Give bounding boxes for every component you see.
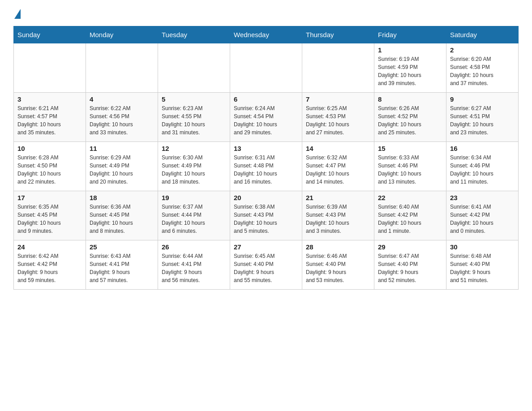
day-info: Sunrise: 6:25 AMSunset: 4:53 PMDaylight:… <box>306 104 370 137</box>
calendar-week-row: 1Sunrise: 6:19 AMSunset: 4:59 PMDaylight… <box>14 43 519 93</box>
calendar-cell: 28Sunrise: 6:46 AMSunset: 4:40 PMDayligh… <box>302 240 374 290</box>
calendar-cell: 9Sunrise: 6:27 AMSunset: 4:51 PMDaylight… <box>446 93 519 142</box>
day-info: Sunrise: 6:41 AMSunset: 4:42 PMDaylight:… <box>450 203 515 235</box>
day-number: 8 <box>378 95 442 103</box>
day-info: Sunrise: 6:47 AMSunset: 4:40 PMDaylight:… <box>378 252 442 284</box>
day-number: 26 <box>162 243 226 251</box>
calendar-cell <box>86 43 158 93</box>
day-number: 21 <box>306 194 370 201</box>
day-number: 13 <box>234 145 298 152</box>
day-number: 15 <box>378 145 442 152</box>
day-info: Sunrise: 6:30 AMSunset: 4:49 PMDaylight:… <box>162 154 226 186</box>
day-info: Sunrise: 6:39 AMSunset: 4:43 PMDaylight:… <box>306 203 370 235</box>
day-number: 1 <box>378 46 442 54</box>
calendar-cell: 18Sunrise: 6:36 AMSunset: 4:45 PMDayligh… <box>86 191 158 240</box>
calendar-cell: 16Sunrise: 6:34 AMSunset: 4:46 PMDayligh… <box>446 142 519 191</box>
day-number: 18 <box>90 194 154 201</box>
logo-top <box>13 9 21 19</box>
calendar-week-row: 17Sunrise: 6:35 AMSunset: 4:45 PMDayligh… <box>14 191 519 240</box>
day-info: Sunrise: 6:38 AMSunset: 4:43 PMDaylight:… <box>234 203 298 235</box>
calendar-cell: 29Sunrise: 6:47 AMSunset: 4:40 PMDayligh… <box>374 240 446 290</box>
calendar-cell: 24Sunrise: 6:42 AMSunset: 4:42 PMDayligh… <box>14 240 86 290</box>
calendar-cell: 10Sunrise: 6:28 AMSunset: 4:50 PMDayligh… <box>14 142 86 191</box>
calendar-week-row: 3Sunrise: 6:21 AMSunset: 4:57 PMDaylight… <box>14 93 519 142</box>
logo <box>13 9 21 17</box>
day-number: 4 <box>90 95 154 103</box>
calendar-cell: 27Sunrise: 6:45 AMSunset: 4:40 PMDayligh… <box>230 240 302 290</box>
calendar-week-row: 10Sunrise: 6:28 AMSunset: 4:50 PMDayligh… <box>14 142 519 191</box>
day-number: 5 <box>162 95 226 103</box>
page-header <box>13 9 519 17</box>
calendar-cell <box>14 43 86 93</box>
day-info: Sunrise: 6:27 AMSunset: 4:51 PMDaylight:… <box>450 104 515 137</box>
calendar-cell: 22Sunrise: 6:40 AMSunset: 4:42 PMDayligh… <box>374 191 446 240</box>
calendar-cell: 30Sunrise: 6:48 AMSunset: 4:40 PMDayligh… <box>446 240 519 290</box>
weekday-header-tuesday: Tuesday <box>158 26 230 43</box>
day-number: 29 <box>378 243 442 251</box>
weekday-header-thursday: Thursday <box>302 26 374 43</box>
weekday-header-friday: Friday <box>374 26 446 43</box>
day-number: 24 <box>17 243 82 251</box>
calendar-cell: 2Sunrise: 6:20 AMSunset: 4:58 PMDaylight… <box>446 43 519 93</box>
day-info: Sunrise: 6:36 AMSunset: 4:45 PMDaylight:… <box>90 203 154 235</box>
calendar-cell: 20Sunrise: 6:38 AMSunset: 4:43 PMDayligh… <box>230 191 302 240</box>
day-info: Sunrise: 6:23 AMSunset: 4:55 PMDaylight:… <box>162 104 226 137</box>
day-info: Sunrise: 6:43 AMSunset: 4:41 PMDaylight:… <box>90 252 154 284</box>
day-info: Sunrise: 6:37 AMSunset: 4:44 PMDaylight:… <box>162 203 226 235</box>
calendar-cell: 7Sunrise: 6:25 AMSunset: 4:53 PMDaylight… <box>302 93 374 142</box>
day-info: Sunrise: 6:42 AMSunset: 4:42 PMDaylight:… <box>17 252 82 284</box>
weekday-header-sunday: Sunday <box>14 26 86 43</box>
day-info: Sunrise: 6:22 AMSunset: 4:56 PMDaylight:… <box>90 104 154 137</box>
day-number: 16 <box>450 145 515 152</box>
day-number: 28 <box>306 243 370 251</box>
weekday-header-saturday: Saturday <box>446 26 519 43</box>
day-number: 23 <box>450 194 515 201</box>
day-number: 7 <box>306 95 370 103</box>
day-info: Sunrise: 6:31 AMSunset: 4:48 PMDaylight:… <box>234 154 298 186</box>
day-number: 22 <box>378 194 442 201</box>
day-number: 10 <box>17 145 82 152</box>
day-info: Sunrise: 6:48 AMSunset: 4:40 PMDaylight:… <box>450 252 515 284</box>
day-number: 11 <box>90 145 154 152</box>
calendar-header: SundayMondayTuesdayWednesdayThursdayFrid… <box>14 26 519 43</box>
day-number: 30 <box>450 243 515 251</box>
day-info: Sunrise: 6:28 AMSunset: 4:50 PMDaylight:… <box>17 154 82 186</box>
calendar-cell: 21Sunrise: 6:39 AMSunset: 4:43 PMDayligh… <box>302 191 374 240</box>
weekday-header-monday: Monday <box>86 26 158 43</box>
day-number: 25 <box>90 243 154 251</box>
day-info: Sunrise: 6:19 AMSunset: 4:59 PMDaylight:… <box>378 55 442 87</box>
day-info: Sunrise: 6:20 AMSunset: 4:58 PMDaylight:… <box>450 55 515 87</box>
calendar-cell: 12Sunrise: 6:30 AMSunset: 4:49 PMDayligh… <box>158 142 230 191</box>
day-number: 27 <box>234 243 298 251</box>
day-info: Sunrise: 6:45 AMSunset: 4:40 PMDaylight:… <box>234 252 298 284</box>
day-number: 20 <box>234 194 298 201</box>
calendar-cell: 4Sunrise: 6:22 AMSunset: 4:56 PMDaylight… <box>86 93 158 142</box>
day-info: Sunrise: 6:33 AMSunset: 4:46 PMDaylight:… <box>378 154 442 186</box>
calendar-cell: 17Sunrise: 6:35 AMSunset: 4:45 PMDayligh… <box>14 191 86 240</box>
day-info: Sunrise: 6:40 AMSunset: 4:42 PMDaylight:… <box>378 203 442 235</box>
logo-triangle-icon <box>14 9 21 19</box>
day-number: 3 <box>17 95 82 103</box>
calendar-week-row: 24Sunrise: 6:42 AMSunset: 4:42 PMDayligh… <box>14 240 519 290</box>
calendar-cell <box>230 43 302 93</box>
day-number: 17 <box>17 194 82 201</box>
calendar-cell: 23Sunrise: 6:41 AMSunset: 4:42 PMDayligh… <box>446 191 519 240</box>
day-number: 9 <box>450 95 515 103</box>
day-info: Sunrise: 6:26 AMSunset: 4:52 PMDaylight:… <box>378 104 442 137</box>
calendar-cell: 5Sunrise: 6:23 AMSunset: 4:55 PMDaylight… <box>158 93 230 142</box>
calendar-cell: 19Sunrise: 6:37 AMSunset: 4:44 PMDayligh… <box>158 191 230 240</box>
day-number: 14 <box>306 145 370 152</box>
calendar-body: 1Sunrise: 6:19 AMSunset: 4:59 PMDaylight… <box>14 43 519 290</box>
calendar-cell: 25Sunrise: 6:43 AMSunset: 4:41 PMDayligh… <box>86 240 158 290</box>
weekday-header-wednesday: Wednesday <box>230 26 302 43</box>
day-info: Sunrise: 6:35 AMSunset: 4:45 PMDaylight:… <box>17 203 82 235</box>
calendar-table: SundayMondayTuesdayWednesdayThursdayFrid… <box>13 26 519 290</box>
day-number: 19 <box>162 194 226 201</box>
calendar-cell <box>302 43 374 93</box>
calendar-cell: 8Sunrise: 6:26 AMSunset: 4:52 PMDaylight… <box>374 93 446 142</box>
day-info: Sunrise: 6:46 AMSunset: 4:40 PMDaylight:… <box>306 252 370 284</box>
calendar-cell: 1Sunrise: 6:19 AMSunset: 4:59 PMDaylight… <box>374 43 446 93</box>
day-info: Sunrise: 6:21 AMSunset: 4:57 PMDaylight:… <box>17 104 82 137</box>
day-number: 6 <box>234 95 298 103</box>
weekday-header-row: SundayMondayTuesdayWednesdayThursdayFrid… <box>14 26 519 43</box>
